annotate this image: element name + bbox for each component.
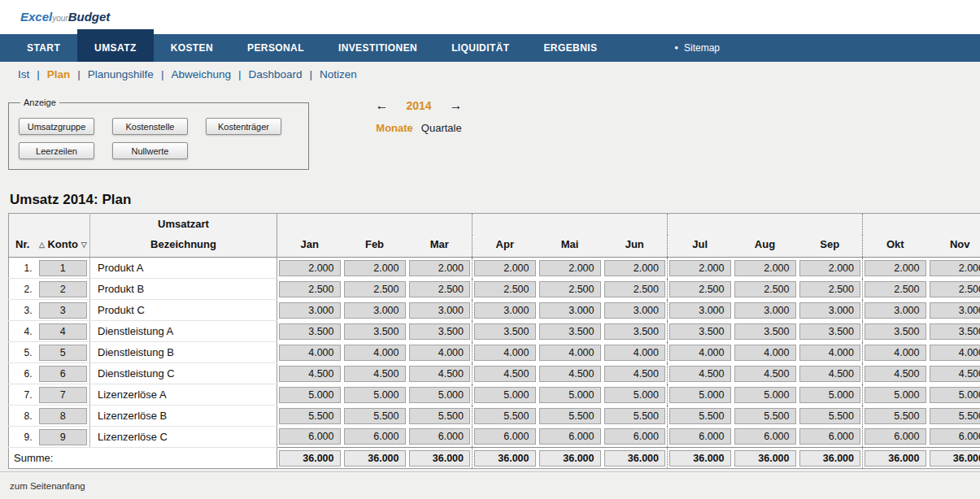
value-cell-feb[interactable]: 3.000 xyxy=(342,300,407,321)
value-cell-mar[interactable]: 3.500 xyxy=(407,321,473,342)
col-header-month-okt[interactable]: Okt xyxy=(863,214,928,258)
value-cell-jan[interactable]: 2.000 xyxy=(277,258,342,279)
value-cell-jul[interactable]: 5.000 xyxy=(668,384,733,406)
value-cell-mar[interactable]: 5.000 xyxy=(407,384,473,406)
value-cell-jul[interactable]: 3.500 xyxy=(668,321,733,342)
anzeige-button-umsatzgruppe[interactable]: Umsatzgruppe xyxy=(19,118,94,135)
monate-toggle[interactable]: Monate xyxy=(376,122,413,134)
value-cell-okt[interactable]: 4.500 xyxy=(863,363,928,384)
value-cell-sep[interactable]: 4.500 xyxy=(798,363,863,384)
nav-tab-liquidität[interactable]: LIQUIDITÄT xyxy=(434,34,526,62)
value-cell-jun[interactable]: 6.000 xyxy=(603,427,668,448)
col-header-nr[interactable]: Nr. xyxy=(9,214,37,258)
anzeige-button-kostenträger[interactable]: Kostenträger xyxy=(206,118,281,135)
col-header-month-jun[interactable]: Jun xyxy=(603,214,668,258)
value-cell-apr[interactable]: 5.000 xyxy=(473,384,538,406)
col-header-month-aug[interactable]: Aug xyxy=(733,214,798,258)
value-cell-jun[interactable]: 4.000 xyxy=(603,342,668,363)
value-cell-nov[interactable]: 5.000 xyxy=(928,384,980,406)
value-cell-mai[interactable]: 4.000 xyxy=(538,342,603,363)
value-cell-jun[interactable]: 3.000 xyxy=(603,300,668,321)
col-header-month-jul[interactable]: Jul xyxy=(668,214,733,258)
value-cell-jun[interactable]: 3.500 xyxy=(603,321,668,342)
value-cell-jul[interactable]: 4.500 xyxy=(668,363,733,384)
nav-tab-investitionen[interactable]: INVESTITIONEN xyxy=(321,34,434,62)
value-cell-feb[interactable]: 5.500 xyxy=(342,406,407,427)
value-cell-aug[interactable]: 3.500 xyxy=(733,321,798,342)
nav-tab-umsatz[interactable]: UMSATZ xyxy=(77,29,154,62)
value-cell-jun[interactable]: 5.500 xyxy=(603,406,668,427)
nav-tab-ergebnis[interactable]: ERGEBNIS xyxy=(526,34,614,62)
value-cell-feb[interactable]: 6.000 xyxy=(342,427,407,448)
previous-year-button[interactable]: ← xyxy=(375,99,388,112)
value-cell-nov[interactable]: 2.500 xyxy=(928,279,980,300)
nav-tab-personal[interactable]: PERSONAL xyxy=(230,34,321,62)
subnav-item-plan[interactable]: Plan xyxy=(47,68,71,80)
value-cell-jun[interactable]: 2.000 xyxy=(603,258,668,279)
value-cell-okt[interactable]: 4.000 xyxy=(863,342,928,363)
value-cell-jul[interactable]: 3.000 xyxy=(668,300,733,321)
value-cell-sep[interactable]: 4.000 xyxy=(798,342,863,363)
value-cell-aug[interactable]: 4.500 xyxy=(733,363,798,384)
value-cell-okt[interactable]: 5.000 xyxy=(863,384,928,406)
value-cell-mai[interactable]: 3.500 xyxy=(538,321,603,342)
value-cell-mar[interactable]: 6.000 xyxy=(407,427,473,448)
value-cell-apr[interactable]: 4.000 xyxy=(473,342,538,363)
col-header-month-apr[interactable]: Apr xyxy=(473,214,538,258)
value-cell-nov[interactable]: 5.500 xyxy=(928,406,980,427)
value-cell-nov[interactable]: 4.000 xyxy=(928,342,980,363)
value-cell-mai[interactable]: 2.000 xyxy=(538,258,603,279)
value-cell-mar[interactable]: 2.000 xyxy=(407,258,473,279)
sort-descending-icon[interactable]: ▽ xyxy=(81,241,87,249)
nav-tab-kosten[interactable]: KOSTEN xyxy=(154,34,230,62)
value-cell-okt[interactable]: 6.000 xyxy=(863,427,928,448)
brand-logo[interactable]: ExcelyourBudget xyxy=(20,10,110,24)
col-header-konto[interactable]: △ Konto ▽ xyxy=(37,214,90,258)
value-cell-aug[interactable]: 2.000 xyxy=(733,258,798,279)
value-cell-nov[interactable]: 6.000 xyxy=(928,427,980,448)
subnav-item-abweichung[interactable]: Abweichung xyxy=(171,68,231,80)
value-cell-jan[interactable]: 5.500 xyxy=(277,406,342,427)
col-header-month-jan[interactable]: Jan xyxy=(277,214,342,258)
value-cell-aug[interactable]: 4.000 xyxy=(733,342,798,363)
col-header-month-mai[interactable]: Mai xyxy=(538,214,603,258)
value-cell-jun[interactable]: 4.500 xyxy=(603,363,668,384)
value-cell-mar[interactable]: 4.000 xyxy=(407,342,473,363)
value-cell-jul[interactable]: 6.000 xyxy=(668,427,733,448)
value-cell-sep[interactable]: 3.500 xyxy=(798,321,863,342)
value-cell-mar[interactable]: 2.500 xyxy=(407,279,473,300)
value-cell-jan[interactable]: 2.500 xyxy=(277,279,342,300)
value-cell-sep[interactable]: 2.000 xyxy=(798,258,863,279)
value-cell-okt[interactable]: 5.500 xyxy=(863,406,928,427)
value-cell-feb[interactable]: 4.500 xyxy=(342,363,407,384)
anzeige-button-kostenstelle[interactable]: Kostenstelle xyxy=(112,118,188,135)
sitemap-link[interactable]: ● Sitemap xyxy=(674,34,720,62)
value-cell-mai[interactable]: 5.000 xyxy=(538,384,603,406)
value-cell-feb[interactable]: 4.000 xyxy=(342,342,407,363)
subnav-item-planungshilfe[interactable]: Planungshilfe xyxy=(88,68,154,80)
col-header-month-feb[interactable]: Feb xyxy=(342,214,407,258)
value-cell-apr[interactable]: 3.000 xyxy=(473,300,538,321)
value-cell-jun[interactable]: 2.500 xyxy=(603,279,668,300)
quartale-toggle[interactable]: Quartale xyxy=(421,122,462,134)
value-cell-feb[interactable]: 2.000 xyxy=(342,258,407,279)
value-cell-mar[interactable]: 4.500 xyxy=(407,363,473,384)
value-cell-aug[interactable]: 5.000 xyxy=(733,384,798,406)
value-cell-jan[interactable]: 4.500 xyxy=(277,363,342,384)
value-cell-nov[interactable]: 2.000 xyxy=(928,258,980,279)
anzeige-button-leerzeilen[interactable]: Leerzeilen xyxy=(19,142,94,159)
value-cell-apr[interactable]: 4.500 xyxy=(473,363,538,384)
value-cell-aug[interactable]: 5.500 xyxy=(733,406,798,427)
value-cell-apr[interactable]: 6.000 xyxy=(473,427,538,448)
nav-tab-start[interactable]: START xyxy=(10,34,77,62)
value-cell-mar[interactable]: 5.500 xyxy=(407,406,473,427)
value-cell-mai[interactable]: 2.500 xyxy=(538,279,603,300)
value-cell-apr[interactable]: 3.500 xyxy=(473,321,538,342)
value-cell-feb[interactable]: 2.500 xyxy=(342,279,407,300)
value-cell-mar[interactable]: 3.000 xyxy=(407,300,473,321)
value-cell-sep[interactable]: 3.000 xyxy=(798,300,863,321)
col-header-month-sep[interactable]: Sep xyxy=(798,214,863,258)
value-cell-sep[interactable]: 5.000 xyxy=(798,384,863,406)
anzeige-button-nullwerte[interactable]: Nullwerte xyxy=(112,142,188,159)
value-cell-sep[interactable]: 5.500 xyxy=(798,406,863,427)
